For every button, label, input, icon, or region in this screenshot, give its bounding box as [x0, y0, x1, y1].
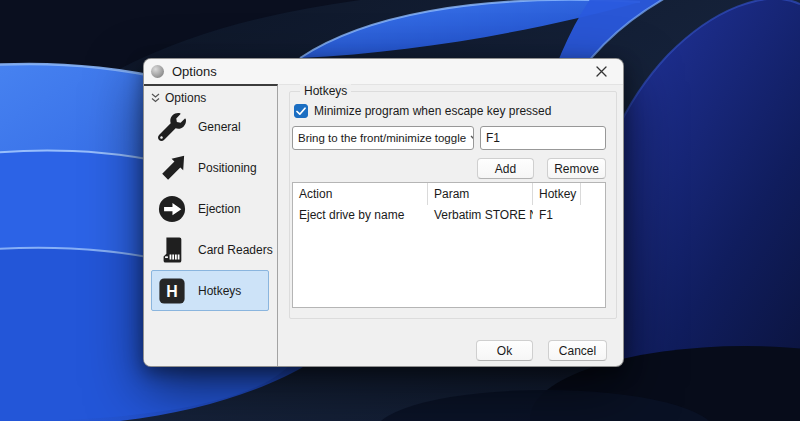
minimize-checkbox-row[interactable]: Minimize program when escape key pressed [294, 104, 551, 118]
checkmark-icon [296, 107, 306, 116]
sidebar-nav: General Positioning [144, 106, 277, 311]
hotkey-table[interactable]: Action Param Hotkey Eject drive by name … [292, 182, 606, 308]
wrench-icon [157, 112, 187, 142]
eject-circle-icon [157, 194, 187, 224]
sidebar-item-card-readers[interactable]: Card Readers [151, 229, 269, 270]
ok-button[interactable]: Ok [476, 340, 533, 361]
action-dropdown-value: Bring to the front/minimize toggle [298, 132, 466, 144]
close-icon [596, 66, 607, 77]
column-header-filler [581, 183, 605, 205]
title-bar[interactable]: Options [144, 59, 623, 84]
cell-hotkey: F1 [533, 205, 581, 225]
sidebar: Options General [144, 84, 278, 366]
sidebar-item-label: Hotkeys [198, 284, 241, 298]
cancel-button[interactable]: Cancel [548, 340, 607, 361]
arrow-ne-icon [157, 153, 187, 183]
column-header-param[interactable]: Param [428, 183, 533, 205]
tree-root-label: Options [165, 91, 206, 105]
column-header-hotkey[interactable]: Hotkey [533, 183, 581, 205]
minimize-checkbox-label: Minimize program when escape key pressed [314, 104, 551, 118]
options-dialog: Options Options [143, 58, 624, 367]
sidebar-item-label: Card Readers [198, 243, 273, 257]
sidebar-item-label: General [198, 120, 241, 134]
desktop: Options Options [0, 0, 800, 421]
sidebar-item-positioning[interactable]: Positioning [151, 147, 269, 188]
cell-action: Eject drive by name [293, 205, 428, 225]
close-button[interactable] [587, 62, 615, 81]
table-row[interactable]: Eject drive by name Verbatim STORE N ...… [293, 205, 605, 225]
svg-text:H: H [166, 283, 177, 300]
cell-param: Verbatim STORE N ... [428, 205, 533, 225]
sidebar-item-general[interactable]: General [151, 106, 269, 147]
action-dropdown[interactable]: Bring to the front/minimize toggle [292, 126, 474, 150]
hotkeys-groupbox: Hotkeys Minimize program when escape key… [289, 91, 617, 319]
tree-root-options[interactable]: Options [144, 86, 277, 106]
sidebar-item-ejection[interactable]: Ejection [151, 188, 269, 229]
column-header-action[interactable]: Action [293, 183, 428, 205]
letter-h-icon: H [157, 276, 187, 306]
sd-card-icon [157, 235, 187, 265]
minimize-checkbox[interactable] [294, 104, 308, 118]
window-title: Options [172, 64, 217, 79]
add-button[interactable]: Add [477, 158, 534, 179]
hotkey-table-header: Action Param Hotkey [293, 183, 605, 205]
main-panel: Hotkeys Minimize program when escape key… [279, 84, 623, 366]
groupbox-title: Hotkeys [300, 84, 351, 99]
sidebar-item-label: Positioning [198, 161, 257, 175]
chevron-down-icon [470, 135, 474, 141]
hotkey-input[interactable] [480, 126, 606, 150]
remove-button[interactable]: Remove [547, 158, 606, 179]
sidebar-item-label: Ejection [198, 202, 241, 216]
app-icon [151, 65, 164, 78]
double-chevron-down-icon [151, 93, 160, 103]
sidebar-item-hotkeys[interactable]: H Hotkeys [151, 270, 269, 311]
